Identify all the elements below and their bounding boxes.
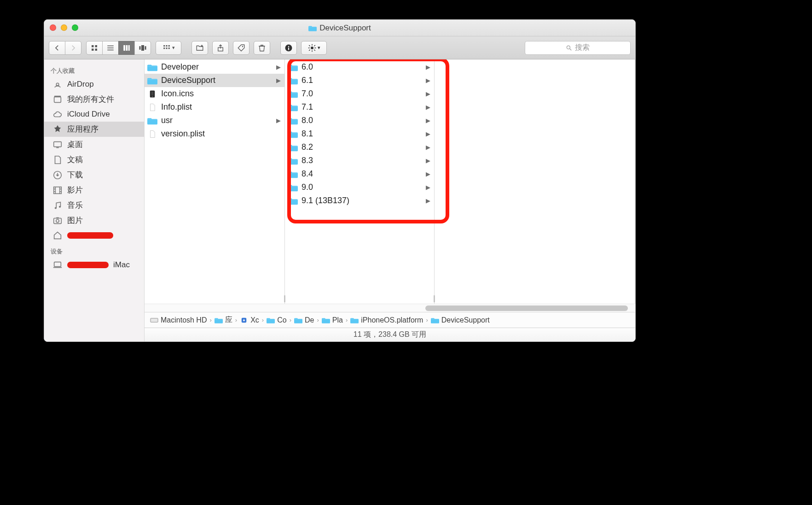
folder-icon	[288, 76, 298, 85]
sidebar: 个人收藏 AirDrop 我的所有文件 iCloud Drive 应用程序 桌面	[44, 59, 145, 341]
arrange-button[interactable]: ▾	[156, 41, 181, 55]
window-title-text: DeviceSupport	[319, 23, 371, 33]
list-item[interactable]: DeviceSupport▶	[145, 74, 284, 87]
list-item[interactable]: 6.0▶	[285, 60, 434, 74]
sidebar-item-documents[interactable]: 文稿	[44, 152, 144, 167]
list-item[interactable]: 7.1▶	[285, 100, 434, 114]
chevron-right-icon: ▶	[426, 170, 430, 177]
minimize-button[interactable]	[61, 24, 67, 31]
sidebar-item-pictures[interactable]: 图片	[44, 213, 144, 228]
search-placeholder: 搜索	[575, 43, 590, 53]
view-list-button[interactable]	[102, 41, 119, 55]
info-button[interactable]	[280, 41, 297, 55]
column-1[interactable]: Developer▶DeviceSupport▶Icon.icnsInfo.pl…	[145, 59, 285, 304]
view-icons-button[interactable]	[86, 41, 103, 55]
sidebar-item-home[interactable]	[44, 228, 144, 243]
list-item[interactable]: 8.4▶	[285, 167, 434, 181]
view-columns-button[interactable]	[118, 41, 135, 55]
sidebar-item-label: 音乐	[67, 200, 83, 211]
column-resize-handle[interactable]: ||	[281, 294, 287, 303]
sidebar-item-airdrop[interactable]: AirDrop	[44, 77, 144, 92]
sidebar-item-downloads[interactable]: 下载	[44, 167, 144, 182]
all-files-icon	[52, 94, 63, 105]
list-item[interactable]: usr▶	[145, 114, 284, 127]
path-segment-label: Macintosh HD	[161, 316, 207, 324]
path-segment[interactable]: Co	[267, 316, 286, 324]
path-segment[interactable]: De	[294, 316, 314, 324]
path-segment[interactable]: Pla	[322, 316, 343, 324]
path-segment-label: Pla	[332, 316, 343, 324]
hd-icon	[150, 317, 158, 323]
tags-button[interactable]	[233, 41, 249, 55]
share-button[interactable]	[212, 41, 229, 55]
chevron-right-icon: ▶	[276, 64, 281, 70]
folder-icon	[294, 317, 302, 323]
path-segment[interactable]: DeviceSupport	[431, 316, 490, 324]
list-item[interactable]: Developer▶	[145, 60, 284, 74]
folder-icon	[147, 63, 157, 71]
list-item-label: DeviceSupport	[161, 76, 215, 85]
folder-icon	[288, 103, 298, 112]
view-coverflow-button[interactable]	[134, 41, 151, 55]
maximize-button[interactable]	[72, 24, 78, 31]
chevron-right-icon: ▶	[426, 117, 430, 124]
path-segment-label: 应	[225, 315, 232, 325]
list-item[interactable]: 6.1▶	[285, 74, 434, 87]
list-item[interactable]: Info.plist	[145, 100, 284, 114]
path-segment[interactable]: 应	[215, 315, 232, 325]
list-item-label: 7.1	[302, 102, 313, 112]
redacted-text	[67, 262, 109, 268]
list-item-label: 8.3	[302, 156, 313, 165]
sidebar-item-label: 图片	[67, 215, 83, 226]
titlebar: DeviceSupport	[44, 20, 635, 36]
path-segment-label: Co	[277, 316, 286, 324]
list-item[interactable]: 7.0▶	[285, 87, 434, 100]
column-resize-handle[interactable]: ||	[431, 294, 436, 303]
sidebar-item-label: 下载	[67, 170, 83, 180]
sidebar-item-icloud[interactable]: iCloud Drive	[44, 107, 144, 122]
horizontal-scrollbar[interactable]	[145, 304, 635, 312]
column-2[interactable]: 6.0▶6.1▶7.0▶7.1▶8.0▶8.1▶8.2▶8.3▶8.4▶9.0▶…	[285, 59, 435, 304]
back-button[interactable]	[49, 41, 65, 55]
trash-button[interactable]	[254, 41, 270, 55]
music-icon	[52, 200, 63, 211]
app-icon	[240, 317, 248, 323]
list-item[interactable]: 9.0▶	[285, 181, 434, 194]
new-folder-button[interactable]	[191, 41, 208, 55]
movies-icon	[52, 185, 63, 195]
path-segment-label: DeviceSupport	[441, 316, 490, 324]
sidebar-item-applications[interactable]: 应用程序	[44, 122, 144, 137]
folder-icon	[322, 317, 330, 323]
chevron-right-icon: ▶	[426, 184, 430, 191]
list-item-label: 9.0	[302, 182, 313, 192]
path-segment[interactable]: Xc	[240, 316, 259, 324]
cloud-icon	[52, 109, 63, 119]
list-item[interactable]: version.plist	[145, 127, 284, 141]
close-button[interactable]	[50, 24, 56, 31]
sidebar-item-all-my-files[interactable]: 我的所有文件	[44, 92, 144, 107]
list-item[interactable]: Icon.icns	[145, 87, 284, 100]
chevron-right-icon: ›	[346, 317, 348, 323]
column-3[interactable]	[435, 59, 635, 304]
plist-icon	[147, 130, 157, 138]
list-item[interactable]: 8.1▶	[285, 127, 434, 141]
list-item[interactable]: 9.1 (13B137)▶	[285, 194, 434, 207]
sidebar-item-movies[interactable]: 影片	[44, 182, 144, 198]
folder-icon	[431, 317, 439, 323]
sidebar-item-device-imac[interactable]: iMac	[44, 258, 144, 272]
path-segment-label: De	[305, 316, 314, 324]
sidebar-heading-devices: 设备	[44, 243, 144, 258]
action-button[interactable]: ▾	[301, 41, 327, 55]
chevron-right-icon: ›	[209, 317, 211, 323]
list-item[interactable]: 8.0▶	[285, 114, 434, 127]
path-segment[interactable]: Macintosh HD	[150, 316, 207, 324]
list-item[interactable]: 8.2▶	[285, 141, 434, 154]
sidebar-item-music[interactable]: 音乐	[44, 198, 144, 213]
search-field[interactable]: 搜索	[525, 41, 631, 55]
forward-button[interactable]	[65, 41, 81, 55]
list-item[interactable]: 8.3▶	[285, 154, 434, 167]
path-segment[interactable]: iPhoneOS.platform	[350, 316, 423, 324]
list-item-label: 7.0	[302, 89, 313, 99]
scrollbar-thumb[interactable]	[425, 305, 628, 311]
sidebar-item-desktop[interactable]: 桌面	[44, 137, 144, 152]
